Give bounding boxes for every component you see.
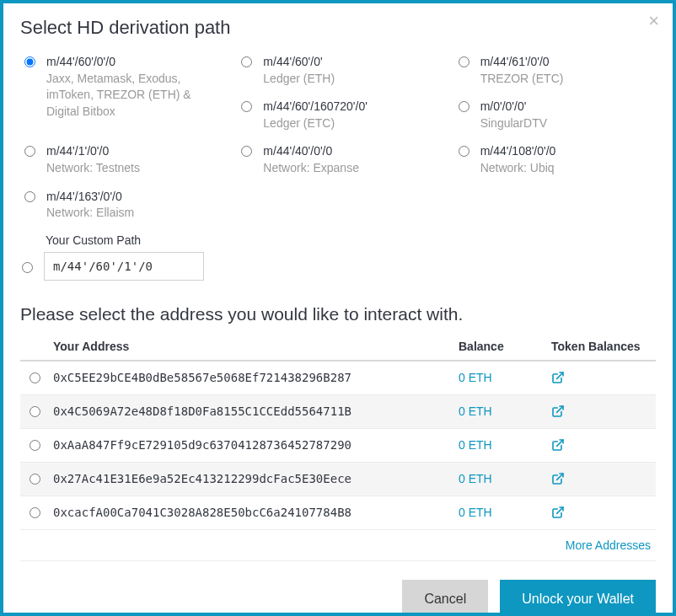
- svg-line-2: [557, 440, 563, 446]
- custom-path-input[interactable]: [44, 252, 204, 281]
- address-cell: 0xC5EE29bCE4B0dBe58567e5068Ef721438296B2…: [48, 361, 453, 395]
- custom-path-radio[interactable]: [22, 262, 33, 273]
- custom-path-section: Your Custom Path: [20, 233, 656, 281]
- external-link-icon[interactable]: [551, 404, 651, 418]
- path-radio[interactable]: [24, 56, 35, 67]
- more-addresses-link[interactable]: More Addresses: [566, 538, 651, 552]
- address-radio[interactable]: [30, 440, 40, 451]
- modal-actions: Cancel Unlock your Wallet: [20, 580, 656, 613]
- path-value: m/44'/1'/0'/0: [46, 144, 109, 158]
- address-cell: 0x27Ac41E31E6e9a52Ec413212299dcFac5E30Ee…: [48, 462, 453, 495]
- address-radio[interactable]: [30, 507, 40, 518]
- address-radio[interactable]: [30, 406, 40, 417]
- external-link-icon[interactable]: [551, 506, 651, 519]
- svg-line-4: [557, 507, 563, 513]
- path-radio[interactable]: [24, 191, 35, 202]
- balance-link[interactable]: 0 ETH: [459, 472, 492, 485]
- modal-title: Select HD derivation path: [20, 17, 656, 39]
- path-radio[interactable]: [24, 146, 35, 157]
- path-radio[interactable]: [459, 146, 469, 157]
- balance-link[interactable]: 0 ETH: [459, 438, 492, 452]
- balance-link[interactable]: 0 ETH: [459, 506, 492, 519]
- address-radio[interactable]: [30, 372, 40, 383]
- path-value: m/44'/60'/0': [263, 55, 322, 68]
- path-value: m/44'/60'/160720'/0': [263, 99, 368, 113]
- path-radio[interactable]: [459, 56, 469, 67]
- svg-line-0: [557, 372, 563, 378]
- cancel-button[interactable]: Cancel: [402, 580, 488, 613]
- address-table: Your Address Balance Token Balances 0xC5…: [20, 333, 656, 561]
- svg-line-3: [557, 474, 563, 479]
- table-row: 0x27Ac41E31E6e9a52Ec413212299dcFac5E30Ee…: [20, 462, 656, 495]
- external-link-icon[interactable]: [551, 438, 651, 452]
- address-radio[interactable]: [30, 474, 40, 485]
- table-row: 0xC5EE29bCE4B0dBe58567e5068Ef721438296B2…: [20, 361, 656, 395]
- path-value: m/44'/163'/0'/0: [46, 190, 122, 203]
- path-desc: Ledger (ETC): [263, 116, 335, 130]
- table-row: 0xAaA847Ff9cE729105d9c637041287364527872…: [20, 428, 656, 462]
- unlock-wallet-button[interactable]: Unlock your Wallet: [500, 580, 656, 613]
- hd-path-modal: × Select HD derivation path m/44'/60'/0'…: [3, 3, 673, 613]
- path-option-4[interactable]: m/0'/0'/0' SingularDTV: [454, 99, 656, 131]
- path-option-5[interactable]: m/44'/1'/0'/0 Network: Testnets: [20, 143, 222, 176]
- path-option-3[interactable]: m/44'/60'/160720'/0' Ledger (ETC): [237, 99, 438, 131]
- path-radio[interactable]: [241, 146, 252, 157]
- path-col-stack: m/44'/60'/0' Ledger (ETH) m/44'/60'/1607…: [237, 54, 438, 131]
- address-cell: 0x4C5069A72e48D8f18D0Fa8155C1CCEdd556471…: [48, 394, 453, 428]
- path-desc: Network: Ubiq: [480, 161, 555, 174]
- path-radio[interactable]: [241, 101, 252, 112]
- path-value: m/44'/60'/0'/0: [46, 55, 115, 68]
- address-heading: Please select the address you would like…: [20, 304, 656, 324]
- app-frame: × Select HD derivation path m/44'/60'/0'…: [0, 0, 676, 616]
- path-desc: Ledger (ETH): [263, 72, 335, 85]
- path-value: m/44'/40'/0'/0: [263, 144, 332, 158]
- path-col-stack: m/44'/61'/0'/0 TREZOR (ETC) m/0'/0'/0' S…: [454, 54, 656, 131]
- derivation-path-grid: m/44'/60'/0'/0 Jaxx, Metamask, Exodus, i…: [20, 54, 656, 228]
- balance-link[interactable]: 0 ETH: [459, 404, 492, 418]
- path-option-7[interactable]: m/44'/108'/0'/0 Network: Ubiq: [454, 143, 656, 176]
- address-cell: 0xAaA847Ff9cE729105d9c637041287364527872…: [48, 428, 453, 462]
- path-desc: Network: Ellaism: [46, 206, 134, 219]
- table-row: 0x4C5069A72e48D8f18D0Fa8155C1CCEdd556471…: [20, 394, 656, 428]
- path-value: m/44'/108'/0'/0: [480, 144, 556, 158]
- custom-path-title: Your Custom Path: [46, 233, 656, 247]
- close-icon[interactable]: ×: [648, 12, 659, 30]
- col-your-address: Your Address: [48, 333, 453, 361]
- path-value: m/44'/61'/0'/0: [480, 55, 550, 68]
- col-token-balances: Token Balances: [546, 333, 656, 361]
- path-desc: TREZOR (ETC): [480, 72, 564, 85]
- path-desc: Network: Testnets: [46, 161, 140, 174]
- path-desc: SingularDTV: [480, 116, 547, 130]
- svg-line-1: [557, 406, 563, 412]
- external-link-icon[interactable]: [551, 371, 651, 384]
- path-option-0[interactable]: m/44'/60'/0'/0 Jaxx, Metamask, Exodus, i…: [20, 54, 222, 131]
- path-option-1[interactable]: m/44'/60'/0' Ledger (ETH): [237, 54, 438, 87]
- address-cell: 0xcacfA00Ca7041C3028A828E50bcC6a24107784…: [48, 495, 453, 529]
- path-option-8[interactable]: m/44'/163'/0'/0 Network: Ellaism: [20, 189, 222, 222]
- col-balance: Balance: [453, 333, 546, 361]
- table-row: 0xcacfA00Ca7041C3028A828E50bcC6a24107784…: [20, 495, 656, 529]
- balance-link[interactable]: 0 ETH: [459, 371, 492, 384]
- path-desc: Jaxx, Metamask, Exodus, imToken, TREZOR …: [46, 72, 191, 118]
- path-value: m/0'/0'/0': [480, 99, 527, 113]
- path-radio[interactable]: [241, 56, 252, 67]
- path-option-2[interactable]: m/44'/61'/0'/0 TREZOR (ETC): [454, 54, 656, 87]
- external-link-icon[interactable]: [551, 472, 651, 485]
- path-desc: Network: Expanse: [263, 161, 359, 174]
- path-option-6[interactable]: m/44'/40'/0'/0 Network: Expanse: [237, 143, 438, 176]
- path-radio[interactable]: [459, 101, 469, 112]
